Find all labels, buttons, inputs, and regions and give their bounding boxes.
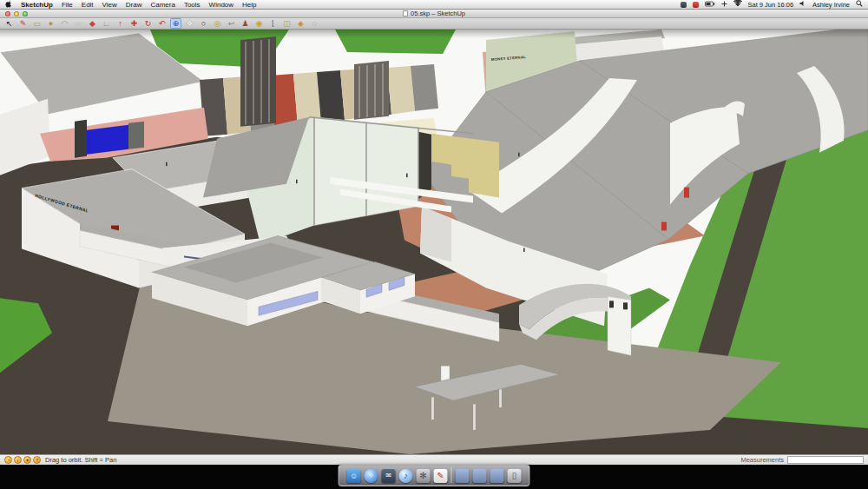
menu-tools[interactable]: Tools xyxy=(184,1,201,9)
menu-file[interactable]: File xyxy=(62,1,73,9)
paint-bucket-tool[interactable]: ◆ xyxy=(87,18,98,29)
position-camera-tool[interactable]: ♟ xyxy=(240,18,251,29)
menu-window[interactable]: Window xyxy=(209,1,233,9)
model-info-icon[interactable]: ✦ xyxy=(23,456,31,464)
walk-tool[interactable]: ⌊ xyxy=(267,18,279,29)
dock-safari-icon[interactable]: ✧ xyxy=(365,469,378,483)
sketchup-window: 05.skp – SketchUp ↖ ✎ ▭ ● ◠ ▱ ◆ ∟ ↑ ✚ ↻ … xyxy=(0,10,868,465)
menu-draw[interactable]: Draw xyxy=(126,1,142,9)
window-title: 05.skp – SketchUp xyxy=(0,10,868,17)
toolbar: ↖ ✎ ▭ ● ◠ ▱ ◆ ∟ ↑ ✚ ↻ ↶ ⊕ ❖ ○ ◎ ↩ ♟ ◉ ⌊ … xyxy=(0,18,868,30)
measurements-input[interactable] xyxy=(787,456,864,464)
dock: ☺ ✧ ✉ ♪ ✻ ✎ ▯ xyxy=(339,465,530,486)
zoom-tool[interactable]: ○ xyxy=(198,18,209,29)
previous-view-tool[interactable]: ↩ xyxy=(226,18,237,29)
offset-tool[interactable]: ↶ xyxy=(156,18,168,29)
dock-itunes-icon[interactable]: ♪ xyxy=(399,469,413,483)
look-around-tool[interactable]: ◉ xyxy=(253,18,265,29)
dock-system-preferences-icon[interactable]: ✻ xyxy=(417,469,431,483)
menu-extra-app-dark-icon[interactable] xyxy=(681,2,687,8)
dock-sketchup-icon[interactable]: ✎ xyxy=(434,469,448,483)
photo-textures-tool[interactable]: ◌ xyxy=(309,18,320,29)
orbit-tool[interactable]: ⊕ xyxy=(170,18,181,29)
menu-bar-status-area: Sat 9 Jun 16:06 Ashley Irvine xyxy=(681,0,863,9)
move-tool[interactable]: ✚ xyxy=(128,18,140,29)
section-plane-tool[interactable]: ◫ xyxy=(281,18,293,29)
document-icon xyxy=(403,10,408,17)
line-tool[interactable]: ✎ xyxy=(17,18,29,29)
battery-icon[interactable] xyxy=(705,1,715,9)
viewport-canvas[interactable]: HOLLYWOOD ETERNAL xyxy=(0,30,868,454)
dock-divider xyxy=(451,467,452,483)
toolbar-shadow xyxy=(0,30,868,38)
credits-icon[interactable]: i xyxy=(14,456,22,464)
menu-bar-clock[interactable]: Sat 9 Jun 16:06 xyxy=(748,1,794,9)
status-icons: ◔ i ✦ ? xyxy=(4,456,41,464)
pan-tool[interactable]: ❖ xyxy=(184,18,195,29)
spotlight-icon[interactable] xyxy=(856,0,863,9)
dock-folder-applications-icon[interactable] xyxy=(490,469,504,483)
dock-folder-downloads-icon[interactable] xyxy=(473,469,487,483)
window-title-bar[interactable]: 05.skp – SketchUp xyxy=(0,10,868,18)
menu-edit[interactable]: Edit xyxy=(82,1,94,9)
help-icon[interactable]: ? xyxy=(33,456,41,464)
menu-view[interactable]: View xyxy=(102,1,117,9)
rotate-tool[interactable]: ↻ xyxy=(142,18,154,29)
zoom-extents-tool[interactable]: ◎ xyxy=(212,18,223,29)
input-menu-icon[interactable] xyxy=(721,1,727,9)
geolocation-icon[interactable]: ◔ xyxy=(4,456,12,464)
user-menu[interactable]: Ashley Irvine xyxy=(812,1,850,9)
menu-help[interactable]: Help xyxy=(242,1,256,9)
rectangle-tool[interactable]: ▭ xyxy=(31,18,43,29)
eraser-tool[interactable]: ▱ xyxy=(73,18,84,29)
tape-measure-tool[interactable]: ∟ xyxy=(101,18,112,29)
dock-trash-icon[interactable]: ▯ xyxy=(508,469,522,483)
menu-bar: SketchUp File Edit View Draw Camera Tool… xyxy=(0,0,868,10)
menu-extra-app-red-icon[interactable] xyxy=(693,2,699,8)
measurements-label: Measurements xyxy=(740,456,784,464)
dock-mail-icon[interactable]: ✉ xyxy=(382,469,396,483)
arc-tool[interactable]: ◠ xyxy=(59,18,70,29)
menu-camera[interactable]: Camera xyxy=(150,1,174,9)
status-hint: Drag to orbit. Shift = Pan xyxy=(45,456,116,464)
status-bar: ◔ i ✦ ? Drag to orbit. Shift = Pan Measu… xyxy=(0,454,868,465)
desktop-background: ☺ ✧ ✉ ♪ ✻ ✎ ▯ xyxy=(0,465,868,489)
wifi-icon[interactable] xyxy=(733,0,742,9)
dock-folder-documents-icon[interactable] xyxy=(456,469,470,483)
circle-tool[interactable]: ● xyxy=(45,18,56,29)
menu-sketchup[interactable]: SketchUp xyxy=(21,1,53,9)
menu-list: SketchUp File Edit View Draw Camera Tool… xyxy=(5,0,257,10)
apple-menu-icon[interactable] xyxy=(5,0,12,10)
select-tool[interactable]: ↖ xyxy=(3,18,15,29)
push-pull-tool[interactable]: ↑ xyxy=(115,18,126,29)
volume-icon[interactable] xyxy=(799,0,806,9)
dock-finder-icon[interactable]: ☺ xyxy=(347,469,361,483)
get-models-tool[interactable]: ◈ xyxy=(295,18,306,29)
